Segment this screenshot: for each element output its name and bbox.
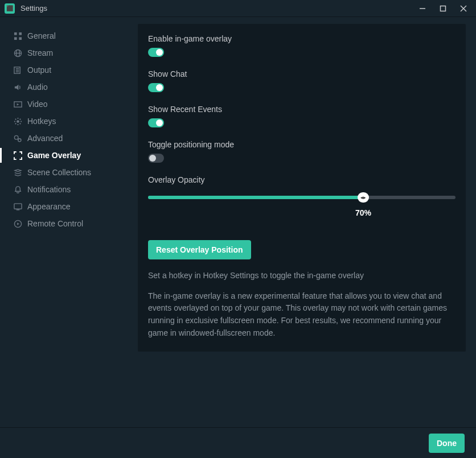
sidebar-item-general[interactable]: General (0, 27, 138, 44)
toggle-show-chat[interactable] (148, 83, 164, 92)
setting-label: Show Recent Events (148, 105, 456, 114)
sidebar-item-label: Stream (27, 48, 53, 57)
done-button[interactable]: Done (429, 434, 465, 453)
globe-icon (14, 49, 27, 57)
experimental-note-text: The in-game overlay is a new experimenta… (148, 290, 456, 340)
main-content: Enable in-game overlay Show Chat Show Re… (138, 17, 476, 427)
audio-icon (14, 83, 27, 92)
svg-rect-16 (14, 203, 22, 208)
sidebar-item-video[interactable]: Video (0, 96, 138, 113)
setting-label: Toggle positioning mode (148, 140, 456, 149)
close-icon (460, 5, 467, 12)
toggle-enable-overlay[interactable] (148, 48, 164, 57)
maximize-icon (440, 5, 446, 12)
grid-icon (14, 32, 27, 40)
svg-rect-4 (14, 32, 17, 35)
svg-point-14 (14, 135, 18, 139)
sidebar-item-label: Appearance (27, 202, 71, 211)
setting-label: Enable in-game overlay (148, 34, 456, 43)
reset-overlay-position-button[interactable]: Reset Overlay Position (148, 240, 251, 259)
setting-label: Show Chat (148, 69, 456, 79)
sidebar-item-label: Advanced (27, 134, 63, 143)
sidebar-item-hotkeys[interactable]: Hotkeys (0, 113, 138, 130)
sidebar: General Stream Output Audio Video Hotkey… (0, 17, 138, 427)
setting-positioning: Toggle positioning mode (148, 140, 456, 163)
sidebar-item-label: Hotkeys (27, 117, 56, 126)
svg-rect-17 (17, 209, 20, 210)
setting-opacity: Overlay Opacity ◂▸ 70% (148, 175, 456, 217)
bell-icon (14, 185, 27, 194)
footer: Done (0, 427, 476, 458)
toggle-show-events[interactable] (148, 118, 164, 127)
svg-rect-7 (19, 37, 22, 40)
opacity-slider-fill (148, 196, 363, 199)
window-title: Settings (20, 4, 47, 13)
sidebar-item-label: Remote Control (27, 219, 83, 228)
svg-point-15 (18, 138, 21, 141)
opacity-value: 70% (355, 208, 371, 217)
video-icon (14, 100, 27, 109)
app-icon: ⬛ (5, 3, 15, 14)
expand-icon (14, 151, 27, 160)
svg-point-13 (17, 120, 19, 123)
sidebar-item-appearance[interactable]: Appearance (0, 198, 138, 215)
sidebar-item-audio[interactable]: Audio (0, 79, 138, 96)
opacity-slider-thumb[interactable]: ◂▸ (358, 192, 369, 203)
sidebar-item-game-overlay[interactable]: Game Overlay (0, 147, 138, 164)
close-button[interactable] (453, 1, 474, 16)
svg-rect-1 (441, 6, 446, 11)
sidebar-item-label: Notifications (27, 185, 71, 194)
setting-show-chat: Show Chat (148, 69, 456, 92)
sidebar-item-advanced[interactable]: Advanced (0, 130, 138, 147)
gears-icon (14, 134, 27, 143)
sidebar-item-label: Game Overlay (27, 151, 81, 160)
setting-enable-overlay: Enable in-game overlay (148, 34, 456, 57)
svg-rect-6 (14, 37, 17, 40)
appearance-icon (14, 203, 27, 211)
play-icon (14, 220, 27, 228)
settings-window: ⬛ Settings General Stream Output (0, 0, 476, 458)
setting-show-events: Show Recent Events (148, 105, 456, 127)
svg-rect-5 (19, 32, 22, 35)
collections-icon (14, 168, 27, 177)
minimize-button[interactable] (412, 1, 433, 16)
hotkey-hint-text: Set a hotkey in Hotkey Settings to toggl… (148, 270, 456, 282)
sidebar-item-label: Scene Collections (27, 168, 91, 177)
sidebar-item-label: General (27, 31, 56, 40)
setting-label: Overlay Opacity (148, 175, 456, 184)
sidebar-item-remote-control[interactable]: Remote Control (0, 215, 138, 232)
settings-panel: Enable in-game overlay Show Chat Show Re… (138, 24, 466, 352)
minimize-icon (419, 5, 426, 12)
sidebar-item-label: Video (27, 100, 48, 109)
output-icon (14, 66, 27, 75)
sidebar-item-label: Output (27, 65, 51, 75)
gear-icon (14, 117, 27, 126)
sidebar-item-notifications[interactable]: Notifications (0, 181, 138, 198)
sidebar-item-output[interactable]: Output (0, 61, 138, 79)
sidebar-item-label: Audio (27, 82, 48, 92)
maximize-button[interactable] (433, 1, 453, 16)
titlebar: ⬛ Settings (0, 0, 476, 17)
sidebar-item-scene-collections[interactable]: Scene Collections (0, 164, 138, 181)
toggle-positioning[interactable] (148, 154, 164, 163)
sidebar-item-stream[interactable]: Stream (0, 44, 138, 61)
